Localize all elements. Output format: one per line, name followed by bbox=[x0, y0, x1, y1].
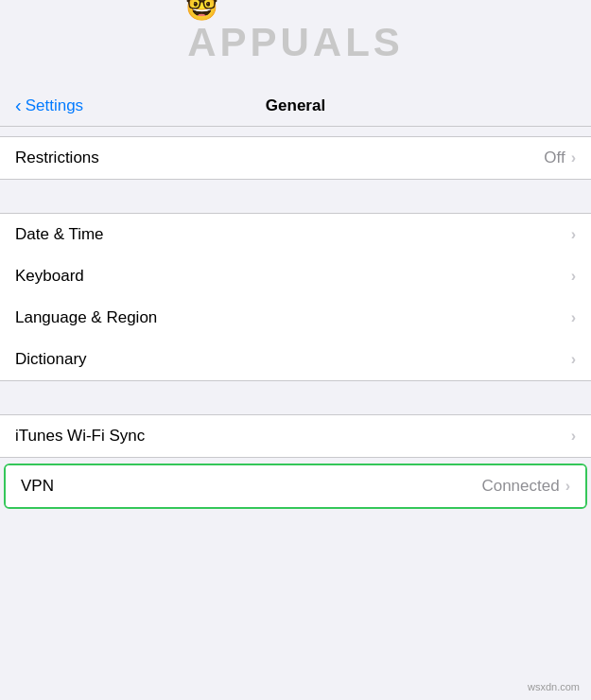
back-label: Settings bbox=[26, 96, 83, 115]
restrictions-label: Restrictions bbox=[15, 149, 99, 167]
chevron-right-icon: › bbox=[571, 351, 576, 368]
row-left: VPN bbox=[21, 477, 54, 496]
row-left: Dictionary bbox=[15, 350, 87, 369]
vpn-section-wrapper: VPN Connected › bbox=[0, 464, 591, 509]
datetime-section: Date & Time › Keyboard › Language & Regi… bbox=[0, 213, 591, 381]
back-chevron-icon: ‹ bbox=[15, 96, 22, 114]
bottom-watermark: wsxdn.com bbox=[528, 681, 580, 692]
chevron-right-icon: › bbox=[571, 309, 576, 326]
gap-1 bbox=[0, 180, 591, 213]
row-right: Connected › bbox=[481, 477, 570, 496]
vpn-section: VPN Connected › bbox=[4, 464, 587, 509]
top-gap bbox=[0, 127, 591, 136]
chevron-right-icon: › bbox=[571, 226, 576, 243]
restrictions-section: Restrictions Off › bbox=[0, 136, 591, 180]
row-left: Date & Time bbox=[15, 225, 104, 244]
dictionary-label: Dictionary bbox=[15, 350, 87, 369]
chevron-right-icon: › bbox=[565, 478, 570, 495]
restrictions-value: Off bbox=[544, 149, 565, 167]
row-right: › bbox=[571, 309, 576, 326]
keyboard-label: Keyboard bbox=[15, 267, 84, 286]
itunes-row[interactable]: iTunes Wi-Fi Sync › bbox=[0, 415, 591, 457]
language-label: Language & Region bbox=[15, 308, 157, 327]
restrictions-row[interactable]: Restrictions Off › bbox=[0, 137, 591, 179]
chevron-right-icon: › bbox=[571, 428, 576, 445]
row-right: › bbox=[571, 351, 576, 368]
vpn-row[interactable]: VPN Connected › bbox=[6, 465, 585, 507]
row-right: › bbox=[571, 268, 576, 285]
datetime-label: Date & Time bbox=[15, 225, 104, 244]
row-left: Keyboard bbox=[15, 267, 84, 286]
chevron-right-icon: › bbox=[571, 149, 576, 166]
row-right: Off › bbox=[544, 149, 576, 167]
page-title: General bbox=[266, 96, 325, 115]
dictionary-row[interactable]: Dictionary › bbox=[0, 339, 591, 380]
itunes-label: iTunes Wi-Fi Sync bbox=[15, 427, 145, 446]
keyboard-row[interactable]: Keyboard › bbox=[0, 255, 591, 297]
chevron-right-icon: › bbox=[571, 268, 576, 285]
row-left: Language & Region bbox=[15, 308, 157, 327]
language-row[interactable]: Language & Region › bbox=[0, 297, 591, 339]
nav-back-button[interactable]: ‹ Settings bbox=[15, 96, 83, 115]
row-right: › bbox=[571, 428, 576, 445]
row-left: iTunes Wi-Fi Sync bbox=[15, 427, 145, 446]
gap-2 bbox=[0, 381, 591, 414]
settings-content: Restrictions Off › Date & Time › Keyboar… bbox=[0, 127, 591, 700]
row-left: Restrictions bbox=[15, 149, 99, 167]
watermark-text: A 🤓 PPUALS bbox=[187, 20, 404, 65]
row-right: › bbox=[571, 226, 576, 243]
watermark-area: A 🤓 PPUALS bbox=[0, 0, 591, 85]
vpn-label: VPN bbox=[21, 477, 54, 496]
vpn-value: Connected bbox=[481, 477, 559, 496]
datetime-row[interactable]: Date & Time › bbox=[0, 214, 591, 255]
itunes-section: iTunes Wi-Fi Sync › bbox=[0, 414, 591, 458]
nav-bar: ‹ Settings General bbox=[0, 85, 591, 127]
